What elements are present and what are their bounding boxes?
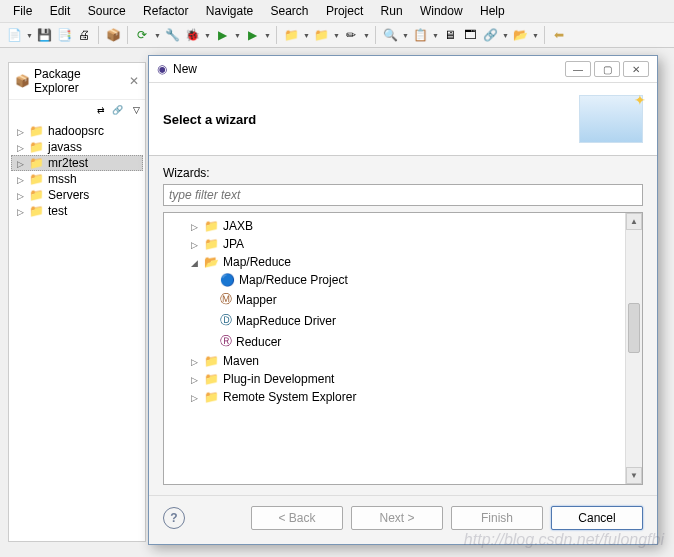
scroll-down-icon[interactable]: ▼: [626, 467, 642, 484]
wizards-label: Wizards:: [163, 166, 643, 180]
link-icon[interactable]: 🔗: [482, 27, 498, 43]
menu-refactor[interactable]: Refactor: [136, 2, 195, 20]
toolbar: 📄▼ 💾 📑 🖨 📦 ⟳▼ 🔧 🐞▼ ▶▼ ▶▼ 📁▼ 📁▼ ✏▼ 🔍▼ 📋▼ …: [0, 23, 674, 48]
expander-icon[interactable]: ▷: [17, 191, 26, 200]
dropdown-arrow-icon[interactable]: ▼: [204, 32, 210, 39]
project-item-selected[interactable]: ▷ 📁 mr2test: [11, 155, 143, 171]
wizard-label: Map/Reduce: [223, 255, 291, 269]
back-icon[interactable]: ⬅: [551, 27, 567, 43]
collapse-icon[interactable]: ⇄: [93, 105, 105, 117]
dropdown-arrow-icon[interactable]: ▼: [333, 32, 339, 39]
tool-icon[interactable]: 🔧: [164, 27, 180, 43]
filter-input[interactable]: [163, 184, 643, 206]
reducer-icon: Ⓡ: [220, 333, 232, 350]
wizard-tree[interactable]: ▷📁JAXB ▷📁JPA ◢📂Map/Reduce 🔵Map/Reduce Pr…: [163, 212, 643, 485]
scroll-up-icon[interactable]: ▲: [626, 213, 642, 230]
expander-icon[interactable]: ▷: [188, 375, 200, 384]
expander-icon[interactable]: ▷: [188, 393, 200, 402]
expander-icon[interactable]: ▷: [17, 175, 26, 184]
print-icon[interactable]: 🖨: [76, 27, 92, 43]
new-icon[interactable]: 📄: [6, 27, 22, 43]
dropdown-arrow-icon[interactable]: ▼: [432, 32, 438, 39]
wizard-category[interactable]: ▷📁Plug-in Development: [164, 370, 642, 388]
folder2-icon[interactable]: 📂: [512, 27, 528, 43]
wizard-item[interactable]: ⓂMapper: [164, 289, 642, 310]
refresh-icon[interactable]: ⟳: [134, 27, 150, 43]
expander-icon[interactable]: ▷: [17, 143, 26, 152]
menu-source[interactable]: Source: [81, 2, 133, 20]
menu-arrow-icon[interactable]: ▽: [128, 105, 140, 117]
close-icon[interactable]: ✕: [129, 74, 139, 88]
server-icon[interactable]: 🖥: [442, 27, 458, 43]
expander-icon[interactable]: ▷: [17, 159, 26, 168]
nav-icon[interactable]: 🔍: [382, 27, 398, 43]
minimize-button[interactable]: —: [565, 61, 591, 77]
expander-icon[interactable]: ▷: [188, 357, 200, 366]
mr-project-icon: 📁: [29, 204, 45, 218]
project-label: Servers: [48, 188, 89, 202]
window-controls: — ▢ ✕: [565, 61, 649, 77]
dropdown-arrow-icon[interactable]: ▼: [363, 32, 369, 39]
saveall-icon[interactable]: 📑: [56, 27, 72, 43]
dropdown-arrow-icon[interactable]: ▼: [303, 32, 309, 39]
nav2-icon[interactable]: 📋: [412, 27, 428, 43]
menu-window[interactable]: Window: [413, 2, 470, 20]
project-label: test: [48, 204, 67, 218]
link-editor-icon[interactable]: 🔗: [111, 105, 123, 117]
run-icon[interactable]: ▶: [214, 27, 230, 43]
wizard-category[interactable]: ▷📁Remote System Explorer: [164, 388, 642, 406]
run-ext-icon[interactable]: ▶: [244, 27, 260, 43]
menu-help[interactable]: Help: [473, 2, 512, 20]
new-class-icon[interactable]: 📁: [313, 27, 329, 43]
dropdown-arrow-icon[interactable]: ▼: [234, 32, 240, 39]
cancel-button[interactable]: Cancel: [551, 506, 643, 530]
project-item[interactable]: ▷ 📁 hadoopsrc: [11, 123, 143, 139]
separator: [98, 26, 99, 44]
dropdown-arrow-icon[interactable]: ▼: [26, 32, 32, 39]
dropdown-arrow-icon[interactable]: ▼: [154, 32, 160, 39]
project-item[interactable]: ▷ 📁 mssh: [11, 171, 143, 187]
dropdown-arrow-icon[interactable]: ▼: [402, 32, 408, 39]
finish-button[interactable]: Finish: [451, 506, 543, 530]
menu-search[interactable]: Search: [264, 2, 316, 20]
wizard-category[interactable]: ▷📁JAXB: [164, 217, 642, 235]
menu-run[interactable]: Run: [374, 2, 410, 20]
wizard-item[interactable]: 🔵Map/Reduce Project: [164, 271, 642, 289]
server2-icon[interactable]: 🗔: [462, 27, 478, 43]
dropdown-arrow-icon[interactable]: ▼: [502, 32, 508, 39]
menu-navigate[interactable]: Navigate: [199, 2, 260, 20]
close-button[interactable]: ✕: [623, 61, 649, 77]
help-button[interactable]: ?: [163, 507, 185, 529]
expander-icon[interactable]: ▷: [17, 127, 26, 136]
back-button[interactable]: < Back: [251, 506, 343, 530]
expander-icon[interactable]: ▷: [17, 207, 26, 216]
explorer-header: 📦 Package Explorer ✕: [9, 63, 145, 100]
wizard-item[interactable]: ⒹMapReduce Driver: [164, 310, 642, 331]
project-item[interactable]: ▷ 📁 javass: [11, 139, 143, 155]
expander-icon[interactable]: ▷: [188, 240, 200, 249]
menu-file[interactable]: File: [6, 2, 39, 20]
scroll-thumb[interactable]: [628, 303, 640, 353]
menu-edit[interactable]: Edit: [43, 2, 78, 20]
debug-icon[interactable]: 🐞: [184, 27, 200, 43]
project-item[interactable]: ▷ 📁 Servers: [11, 187, 143, 203]
wizard-category[interactable]: ▷📁Maven: [164, 352, 642, 370]
separator: [544, 26, 545, 44]
build-icon[interactable]: 📦: [105, 27, 121, 43]
wizard-category[interactable]: ▷📁JPA: [164, 235, 642, 253]
new-package-icon[interactable]: 📁: [283, 27, 299, 43]
dropdown-arrow-icon[interactable]: ▼: [264, 32, 270, 39]
wand-icon[interactable]: ✏: [343, 27, 359, 43]
menu-project[interactable]: Project: [319, 2, 370, 20]
wizard-category-expanded[interactable]: ◢📂Map/Reduce: [164, 253, 642, 271]
project-item[interactable]: ▷ 📁 test: [11, 203, 143, 219]
dropdown-arrow-icon[interactable]: ▼: [532, 32, 538, 39]
expander-collapse-icon[interactable]: ◢: [188, 258, 200, 267]
expander-icon[interactable]: ▷: [188, 222, 200, 231]
dialog-titlebar[interactable]: ◉ New — ▢ ✕: [149, 56, 657, 83]
wizard-item[interactable]: ⓇReducer: [164, 331, 642, 352]
maximize-button[interactable]: ▢: [594, 61, 620, 77]
next-button[interactable]: Next >: [351, 506, 443, 530]
scrollbar[interactable]: ▲ ▼: [625, 213, 642, 484]
save-icon[interactable]: 💾: [36, 27, 52, 43]
